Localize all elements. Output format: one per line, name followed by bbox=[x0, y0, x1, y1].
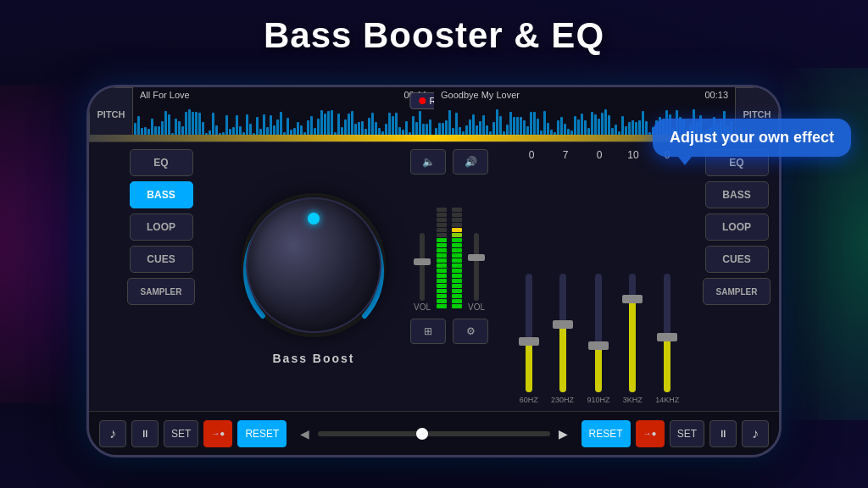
eq-button-left[interactable]: EQ bbox=[130, 149, 193, 176]
tooltip-bubble: Adjust your own effect bbox=[653, 119, 851, 157]
left-panel: EQ BASS LOOP CUES SAMPLER bbox=[89, 142, 233, 411]
eq-freq-label-4: 14KHZ bbox=[655, 396, 679, 404]
icon-buttons: ⊞ ⚙ bbox=[410, 319, 488, 344]
right-panel: EQ BASS LOOP CUES SAMPLER bbox=[694, 142, 779, 411]
eq-fader-thumb-4[interactable] bbox=[657, 333, 677, 341]
tooltip-text: Adjust your own effect bbox=[670, 129, 834, 146]
knob-label: Bass Boost bbox=[272, 352, 354, 365]
pitch-btn-left[interactable]: PITCH bbox=[89, 87, 133, 141]
vol-icon-left[interactable]: 🔈 bbox=[410, 149, 446, 175]
progress-thumb[interactable] bbox=[416, 428, 428, 440]
eq-fader-col-4: 14KHZ bbox=[655, 274, 679, 404]
vol-label-left: VOL bbox=[414, 302, 431, 312]
rec-dot bbox=[419, 97, 426, 104]
cues-button-left[interactable]: CUES bbox=[130, 246, 193, 273]
loop-button-left[interactable]: LOOP bbox=[130, 214, 193, 241]
eq-freq-label-2: 910HZ bbox=[587, 396, 609, 404]
vol-label-right: VOL bbox=[468, 302, 485, 312]
vu-fader-area: VOL VOL bbox=[414, 181, 485, 312]
eq-fader-track-0[interactable] bbox=[526, 274, 532, 392]
fader-track-left[interactable] bbox=[420, 233, 425, 301]
bass-button-left[interactable]: BASS bbox=[130, 181, 193, 208]
icon-btn-settings[interactable]: ⚙ bbox=[453, 319, 488, 344]
icon-btn-grid[interactable]: ⊞ bbox=[410, 319, 446, 344]
eq-fader-fill-0 bbox=[526, 341, 532, 392]
sampler-button-right[interactable]: SAMPLER bbox=[703, 278, 771, 305]
arrow-rec-btn-right[interactable]: →● bbox=[636, 420, 665, 447]
pause-btn-left[interactable]: ⏸ bbox=[131, 420, 159, 447]
bass-button-right[interactable]: BASS bbox=[705, 181, 769, 208]
eq-freq-label-0: 60HZ bbox=[520, 396, 538, 404]
sampler-button-left[interactable]: SAMPLER bbox=[127, 278, 195, 305]
eq-freq-label-1: 230HZ bbox=[551, 396, 574, 404]
transport-right: RESET →● SET ⏸ ♪ bbox=[581, 420, 769, 447]
main-content: EQ BASS LOOP CUES SAMPLER Bass Boost bbox=[89, 142, 779, 411]
eq-value-0: 0 bbox=[515, 149, 548, 161]
music-btn-right[interactable]: ♪ bbox=[742, 420, 769, 447]
eq-fader-col-1: 230HZ bbox=[551, 274, 574, 404]
eq-fader-track-3[interactable] bbox=[629, 274, 636, 392]
reset-btn-left[interactable]: RESET bbox=[237, 420, 287, 447]
vol-icon-right[interactable]: 🔊 bbox=[453, 149, 488, 175]
page-title: Bass Booster & EQ bbox=[0, 15, 868, 56]
knob-area: Bass Boost bbox=[233, 142, 394, 411]
prev-arrow[interactable]: ◀ bbox=[297, 424, 313, 444]
eq-fader-track-4[interactable] bbox=[664, 274, 670, 392]
music-btn-left[interactable]: ♪ bbox=[99, 420, 126, 447]
vol-fader-left: VOL bbox=[414, 233, 431, 312]
pause-btn-right[interactable]: ⏸ bbox=[709, 420, 737, 447]
knob[interactable] bbox=[246, 197, 381, 333]
eq-fader-thumb-1[interactable] bbox=[553, 320, 573, 329]
transport-center: ◀ ▶ bbox=[287, 424, 581, 444]
eq-fader-thumb-2[interactable] bbox=[588, 341, 609, 350]
center-panel: 🔈 🔊 VOL bbox=[394, 142, 504, 411]
eq-value-1: 7 bbox=[548, 149, 582, 161]
time-right: 00:13 bbox=[704, 90, 728, 100]
reset-btn-right[interactable]: RESET bbox=[581, 420, 631, 447]
knob-container bbox=[237, 189, 390, 341]
eq-fader-fill-1 bbox=[559, 324, 566, 392]
eq-value-3: 10 bbox=[616, 149, 650, 161]
eq-panel: 070100 60HZ230HZ910HZ3KHZ14KHZ bbox=[504, 142, 694, 411]
eq-freq-label-3: 3KHZ bbox=[623, 396, 643, 404]
eq-fader-track-1[interactable] bbox=[559, 274, 566, 392]
eq-fader-col-3: 3KHZ bbox=[623, 274, 643, 404]
set-btn-left[interactable]: SET bbox=[164, 420, 198, 447]
vol-fader-right: VOL bbox=[468, 233, 485, 312]
eq-fader-track-2[interactable] bbox=[595, 274, 602, 392]
vu-meters bbox=[436, 181, 463, 308]
fader-thumb-left[interactable] bbox=[414, 258, 431, 265]
vol-controls: 🔈 🔊 bbox=[410, 149, 488, 175]
eq-fader-fill-2 bbox=[595, 346, 602, 392]
transport-bar: ♪ ⏸ SET →● RESET ◀ ▶ RESET →● SET ⏸ ♪ bbox=[89, 411, 779, 455]
loop-button-right[interactable]: LOOP bbox=[705, 214, 769, 241]
waveform-left: All For Love 00:11 bbox=[133, 87, 434, 141]
track-name-right: Goodbye My Lover bbox=[441, 90, 520, 100]
eq-fader-fill-4 bbox=[664, 337, 670, 392]
progress-track[interactable] bbox=[318, 431, 549, 436]
cues-button-right[interactable]: CUES bbox=[705, 246, 769, 273]
fader-thumb-right[interactable] bbox=[468, 254, 485, 261]
eq-fader-thumb-0[interactable] bbox=[519, 337, 539, 346]
eq-value-2: 0 bbox=[582, 149, 616, 161]
eq-fader-thumb-3[interactable] bbox=[622, 295, 643, 303]
fader-track-right[interactable] bbox=[474, 233, 479, 301]
eq-fader-fill-3 bbox=[629, 299, 636, 392]
arrow-rec-btn-left[interactable]: →● bbox=[203, 420, 232, 447]
eq-fader-col-0: 60HZ bbox=[520, 274, 538, 404]
eq-sliders: 60HZ230HZ910HZ3KHZ14KHZ bbox=[515, 168, 684, 404]
transport-left: ♪ ⏸ SET →● RESET bbox=[99, 420, 287, 447]
eq-fader-col-2: 910HZ bbox=[587, 274, 609, 404]
play-btn[interactable]: ▶ bbox=[555, 424, 571, 444]
vu-meter-1 bbox=[451, 208, 463, 308]
track-name-left: All For Love bbox=[140, 90, 190, 100]
vu-meter-0 bbox=[436, 208, 448, 308]
set-btn-right[interactable]: SET bbox=[670, 420, 704, 447]
